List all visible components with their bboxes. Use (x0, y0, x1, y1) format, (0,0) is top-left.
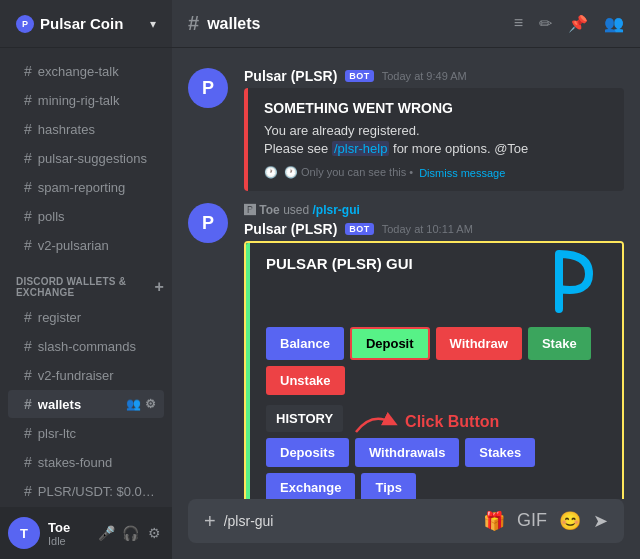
channel-label: mining-rig-talk (38, 93, 156, 108)
members-icon[interactable]: 👥 (604, 14, 624, 33)
history-label: HISTORY (266, 405, 343, 432)
message-timestamp: Today at 9:49 AM (382, 70, 467, 82)
exchange-button[interactable]: Exchange (266, 473, 355, 499)
microphone-icon[interactable]: 🎤 (96, 525, 116, 541)
channel-header: # wallets ≡ ✏ 📌 👥 (172, 0, 640, 48)
gui-header: PULSAR (PLSR) GUI (266, 255, 606, 315)
send-icon[interactable]: ➤ (593, 510, 608, 532)
embed-line1: You are already registered. (264, 123, 420, 138)
user-status: Idle (48, 535, 88, 547)
chevron-down-icon: ▾ (150, 17, 156, 31)
attach-icon[interactable]: + (204, 510, 216, 533)
sidebar-item-spam-reporting[interactable]: # spam-reporting (8, 173, 164, 201)
channel-label: slash-commands (38, 339, 156, 354)
channel-label: PLSR/USDT: $0.000841... (38, 484, 156, 499)
embed-command: /plsr-help (332, 141, 389, 156)
message-author: Pulsar (PLSR) (244, 221, 337, 237)
avatar: T (8, 517, 40, 549)
deposit-button[interactable]: Deposit (350, 327, 430, 360)
sidebar-item-exchange-talk[interactable]: # exchange-talk (8, 57, 164, 85)
sidebar-item-plsr-price[interactable]: # PLSR/USDT: $0.000841... (8, 477, 164, 505)
message-timestamp: Today at 10:11 AM (382, 223, 473, 235)
sidebar-item-mining-rig-talk[interactable]: # mining-rig-talk (8, 86, 164, 114)
hash-icon: # (24, 237, 32, 253)
channel-label: wallets (38, 397, 120, 412)
hash-icon: # (24, 179, 32, 195)
dismiss-link[interactable]: Dismiss message (419, 167, 505, 179)
message-group-error: Pulsar (PLSR) BOT Today at 9:49 AM SOMET… (172, 64, 640, 195)
bot-badge: BOT (345, 70, 373, 82)
click-annotation: Click Button (351, 407, 499, 437)
sidebar-item-slash-commands[interactable]: # slash-commands (8, 332, 164, 360)
avatar: P (188, 203, 228, 243)
section-header-wallets[interactable]: DISCORD WALLETS & EXCHANGE + (0, 260, 172, 302)
arrow-icon (351, 407, 401, 437)
user-info: Toe Idle (48, 520, 88, 547)
tips-button[interactable]: Tips (361, 473, 416, 499)
used-by: 🅿 Toe used (244, 203, 313, 217)
message-author: Pulsar (PLSR) (244, 68, 337, 84)
sidebar-item-wallets[interactable]: # wallets 👥 ⚙ (8, 390, 164, 418)
sidebar-item-register[interactable]: # register (8, 303, 164, 331)
server-icon: P (16, 15, 34, 33)
message-header: Pulsar (PLSR) BOT Today at 10:11 AM (244, 221, 624, 237)
gift-icon[interactable]: 🎁 (483, 510, 505, 532)
stake-button[interactable]: Stake (528, 327, 591, 360)
settings-icon[interactable]: ⚙ (144, 525, 164, 541)
avatar (188, 68, 228, 108)
stakes-button[interactable]: Stakes (465, 438, 535, 467)
embed-desc: You are already registered. Please see /… (264, 122, 608, 158)
add-channel-icon[interactable]: + (154, 278, 164, 296)
settings-icon[interactable]: ⚙ (145, 397, 156, 411)
channel-label: spam-reporting (38, 180, 156, 195)
used-notice: 🅿 Toe used /plsr-gui (244, 203, 624, 217)
channels-list: # exchange-talk # mining-rig-talk # hash… (0, 48, 172, 507)
hash-icon: # (24, 454, 32, 470)
threads-icon[interactable]: ≡ (514, 14, 523, 33)
channel-hash-icon: # (188, 12, 199, 35)
channel-label: pulsar-suggestions (38, 151, 156, 166)
pin-icon[interactable]: 📌 (568, 14, 588, 33)
section-header-label: DISCORD WALLETS & EXCHANGE (16, 276, 154, 298)
withdraw-button[interactable]: Withdraw (436, 327, 522, 360)
sidebar-item-polls[interactable]: # polls (8, 202, 164, 230)
input-icons: 🎁 GIF 😊 ➤ (483, 510, 608, 532)
server-header[interactable]: P Pulsar Coin ▾ (0, 0, 172, 48)
deposits-button[interactable]: Deposits (266, 438, 349, 467)
members-icon[interactable]: 👥 (126, 397, 141, 411)
channel-label: stakes-found (38, 455, 156, 470)
button-row-2: Deposits Withdrawals Stakes Exchange Tip… (266, 438, 606, 499)
channel-label: hashrates (38, 122, 156, 137)
sidebar-item-v2-fundraiser[interactable]: # v2-fundraiser (8, 361, 164, 389)
message-input[interactable] (224, 513, 475, 529)
sidebar-item-stakes-found[interactable]: # stakes-found (8, 448, 164, 476)
message-group-gui: P 🅿 Toe used /plsr-gui Pulsar (PLSR) BOT… (172, 199, 640, 499)
channel-label: register (38, 310, 156, 325)
hash-icon: # (24, 396, 32, 412)
click-label: Click Button (405, 413, 499, 431)
bot-badge: BOT (345, 223, 373, 235)
message-content-gui: 🅿 Toe used /plsr-gui Pulsar (PLSR) BOT T… (244, 203, 624, 499)
message-input-area: + 🎁 GIF 😊 ➤ (172, 499, 640, 559)
message-input-box: + 🎁 GIF 😊 ➤ (188, 499, 624, 543)
headphone-icon[interactable]: 🎧 (120, 525, 140, 541)
withdrawals-button[interactable]: Withdrawals (355, 438, 459, 467)
balance-button[interactable]: Balance (266, 327, 344, 360)
sidebar-item-v2-pulsarian[interactable]: # v2-pulsarian (8, 231, 164, 259)
error-embed: SOMETHING WENT WRONG You are already reg… (244, 88, 624, 191)
server-name: P Pulsar Coin (16, 15, 123, 33)
sidebar-item-pulsar-suggestions[interactable]: # pulsar-suggestions (8, 144, 164, 172)
emoji-icon[interactable]: 😊 (559, 510, 581, 532)
pulsar-logo (546, 255, 606, 315)
message-header: Pulsar (PLSR) BOT Today at 9:49 AM (244, 68, 624, 84)
sidebar-item-hashrates[interactable]: # hashrates (8, 115, 164, 143)
hash-icon: # (24, 150, 32, 166)
sidebar-item-plsr-ltc[interactable]: # plsr-ltc (8, 419, 164, 447)
unstake-button[interactable]: Unstake (266, 366, 345, 395)
edit-icon[interactable]: ✏ (539, 14, 552, 33)
message-content-error: Pulsar (PLSR) BOT Today at 9:49 AM SOMET… (244, 68, 624, 191)
history-section: HISTORY (266, 405, 606, 438)
used-command: /plsr-gui (313, 203, 360, 217)
gif-icon[interactable]: GIF (517, 510, 547, 532)
channel-label: v2-pulsarian (38, 238, 156, 253)
